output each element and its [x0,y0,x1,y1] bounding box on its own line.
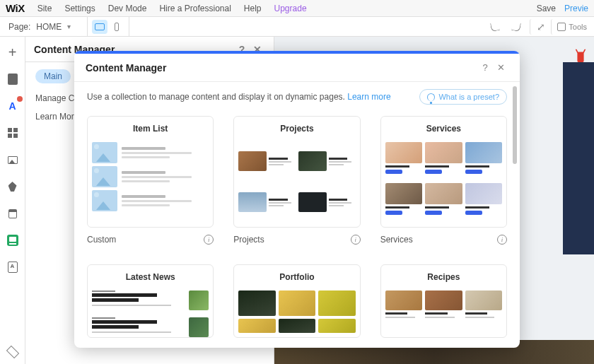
preset-card-portfolio[interactable]: Portfolio [233,264,360,338]
photo-stub [238,319,275,333]
photo-stub [385,290,422,310]
photo-stub [279,319,315,333]
card-title: Recipes [381,265,506,288]
photo-stub [465,290,502,310]
phone-icon [115,23,119,31]
photo-stub [238,290,275,316]
mobile-view-button[interactable] [109,20,124,34]
thumbnail-icon [92,142,117,163]
tools-label: Tools [569,23,587,31]
logo: WiX [6,2,25,14]
card-caption: Services [380,235,497,245]
info-icon[interactable]: i [497,235,507,245]
preset-card-item-list[interactable]: Item List [87,116,214,228]
scrollbar-thumb[interactable] [513,86,517,164]
desktop-icon [95,23,105,30]
photo-stub [279,290,315,316]
what-is-preset-button[interactable]: What is a preset? [419,89,507,105]
modal-title: Content Manager [86,62,477,74]
photo-stub [298,151,327,171]
menu-upgrade[interactable]: Upgrade [274,4,307,13]
photo-stub [189,317,209,337]
menu-help[interactable]: Help [244,4,262,13]
photo-stub [425,290,462,310]
tools-button[interactable]: Tools [551,19,587,35]
card-title: Item List [88,117,213,139]
desktop-view-button[interactable] [92,20,107,34]
redo-button[interactable] [508,19,524,35]
sub-bar: Page: HOME ▾ ⤢ Tools [0,17,594,37]
content-manager-modal: Content Manager ? ✕ Use a collection to … [74,51,520,348]
modal-intro-row: Use a collection to manage content and d… [87,89,507,105]
menu-settings[interactable]: Settings [64,4,95,13]
photo-stub [318,290,355,316]
preset-card-projects[interactable]: Projects [233,116,360,228]
card-title: Projects [234,117,359,139]
page-selector[interactable]: Page: HOME ▾ [3,17,88,36]
card-caption: Projects [233,235,350,245]
card-caption: Custom [87,235,204,245]
top-bar: WiX Site Settings Dev Mode Hire a Profes… [0,0,594,17]
page-label: Page: [8,22,30,32]
photo-stub [465,183,502,204]
photo-stub [465,142,502,163]
save-button[interactable]: Save [537,4,556,13]
modal-body[interactable]: Use a collection to manage content and d… [74,82,520,348]
preset-card-grid: Item List Customi Projects [87,116,507,338]
photo-stub [298,192,327,212]
card-title: Latest News [88,265,213,288]
redo-icon [511,22,521,32]
modal-help-button[interactable]: ? [477,60,493,76]
undo-icon [490,22,500,32]
photo-stub [385,183,422,204]
card-title: Services [381,117,506,139]
fit-icon: ⤢ [537,21,545,33]
top-menu: Site Settings Dev Mode Hire a Profession… [37,4,537,13]
device-switcher [88,17,129,36]
preset-card-services[interactable]: Services [380,116,507,228]
photo-stub [425,142,462,163]
thumbnail-icon [92,166,117,187]
card-title: Portfolio [234,265,359,288]
chevron-down-icon: ▾ [67,23,71,30]
preview-button[interactable]: Previe [564,4,588,13]
modal-intro-text: Use a collection to manage content and d… [87,92,391,102]
photo-stub [385,142,422,163]
menu-hire[interactable]: Hire a Professional [159,4,231,13]
lightbulb-icon [427,93,435,101]
preset-card-latest-news[interactable]: Latest News [87,264,214,338]
menu-devmode[interactable]: Dev Mode [108,4,147,13]
tools-icon [557,23,566,31]
photo-stub [318,319,355,333]
modal-header: Content Manager ? ✕ [74,54,520,82]
preset-card-recipes[interactable]: Recipes [380,264,507,338]
learn-more-link[interactable]: Learn more [347,92,390,102]
menu-site[interactable]: Site [37,4,52,13]
zoom-fit-button[interactable]: ⤢ [530,19,545,35]
photo-stub [425,183,462,204]
photo-stub [238,192,267,212]
modal-backdrop: Content Manager ? ✕ Use a collection to … [0,37,594,364]
photo-stub [189,290,209,310]
thumbnail-icon [92,190,117,211]
info-icon[interactable]: i [351,235,361,245]
photo-stub [238,151,267,171]
undo-button[interactable] [487,19,503,35]
page-name: HOME [36,22,62,32]
modal-close-button[interactable]: ✕ [493,60,508,76]
info-icon[interactable]: i [204,235,214,245]
